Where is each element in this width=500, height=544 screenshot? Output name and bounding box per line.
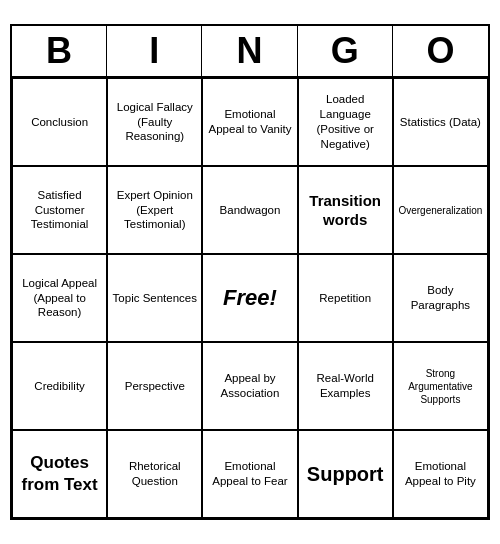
bingo-cell-7: Bandwagon (202, 166, 297, 254)
bingo-letter-b: B (12, 26, 107, 76)
bingo-cell-18: Real-World Examples (298, 342, 393, 430)
bingo-cell-19: Strong Argumentative Supports (393, 342, 488, 430)
bingo-cell-6: Expert Opinion (Expert Testimonial) (107, 166, 202, 254)
bingo-grid: ConclusionLogical Fallacy (Faulty Reason… (12, 78, 488, 518)
bingo-cell-15: Credibility (12, 342, 107, 430)
bingo-cell-1: Logical Fallacy (Faulty Reasoning) (107, 78, 202, 166)
bingo-cell-9: Overgeneralization (393, 166, 488, 254)
bingo-cell-23: Support (298, 430, 393, 518)
bingo-letter-g: G (298, 26, 393, 76)
bingo-cell-4: Statistics (Data) (393, 78, 488, 166)
bingo-cell-21: Rhetorical Question (107, 430, 202, 518)
bingo-cell-10: Logical Appeal (Appeal to Reason) (12, 254, 107, 342)
bingo-cell-5: Satisfied Customer Testimonial (12, 166, 107, 254)
bingo-cell-3: Loaded Language (Positive or Negative) (298, 78, 393, 166)
bingo-cell-0: Conclusion (12, 78, 107, 166)
bingo-cell-17: Appeal by Association (202, 342, 297, 430)
bingo-letter-i: I (107, 26, 202, 76)
bingo-cell-20: Quotes from Text (12, 430, 107, 518)
bingo-cell-12: Free! (202, 254, 297, 342)
bingo-letter-o: O (393, 26, 488, 76)
bingo-cell-11: Topic Sentences (107, 254, 202, 342)
bingo-letter-n: N (202, 26, 297, 76)
bingo-cell-14: Body Paragraphs (393, 254, 488, 342)
bingo-card: BINGO ConclusionLogical Fallacy (Faulty … (10, 24, 490, 520)
bingo-cell-2: Emotional Appeal to Vanity (202, 78, 297, 166)
bingo-cell-22: Emotional Appeal to Fear (202, 430, 297, 518)
bingo-cell-8: Transition words (298, 166, 393, 254)
bingo-header: BINGO (12, 26, 488, 78)
bingo-cell-13: Repetition (298, 254, 393, 342)
bingo-cell-16: Perspective (107, 342, 202, 430)
bingo-cell-24: Emotional Appeal to Pity (393, 430, 488, 518)
